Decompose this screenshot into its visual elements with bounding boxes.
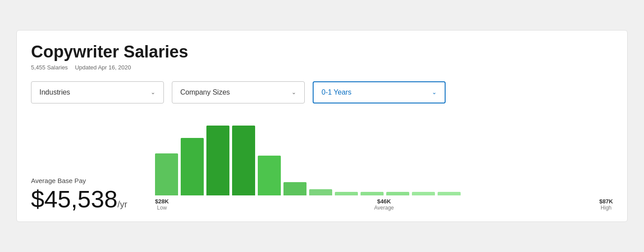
years-experience-filter[interactable]: 0-1 Years ⌄ <box>313 81 446 103</box>
years-experience-label: 0-1 Years <box>322 88 352 96</box>
salary-value: $45,538 <box>31 186 117 212</box>
bar-rect-11 <box>438 192 461 195</box>
bar-rect-8 <box>361 192 384 195</box>
chart-labels: $28K Low $46K Average $87K High <box>155 198 613 211</box>
bar-rect-1 <box>181 138 204 195</box>
salary-info: Average Base Pay $45,538/yr <box>31 177 137 211</box>
bar-1 <box>181 138 204 195</box>
industries-chevron-icon: ⌄ <box>151 89 155 95</box>
years-experience-chevron-icon: ⌄ <box>432 89 437 95</box>
bars-container <box>155 116 613 195</box>
bar-2 <box>206 126 229 195</box>
salary-chart: $28K Low $46K Average $87K High <box>155 116 613 211</box>
industries-filter[interactable]: Industries ⌄ <box>31 81 164 103</box>
bar-rect-0 <box>155 153 178 195</box>
chart-label-high: $87K High <box>599 198 613 211</box>
bar-rect-10 <box>412 192 435 195</box>
salaries-count: 5,455 Salaries <box>31 64 68 71</box>
bar-11 <box>438 192 461 195</box>
bar-rect-2 <box>206 126 229 195</box>
company-sizes-label: Company Sizes <box>180 88 230 96</box>
low-desc: Low <box>155 205 169 211</box>
main-content: Average Base Pay $45,538/yr $28K Low $46… <box>31 116 613 211</box>
chart-label-average: $46K Average <box>374 198 394 211</box>
bar-8 <box>361 192 384 195</box>
bar-0 <box>155 153 178 195</box>
bar-9 <box>386 192 409 195</box>
bar-6 <box>309 189 332 195</box>
average-value: $46K <box>374 198 394 205</box>
bar-10 <box>412 192 435 195</box>
bar-4 <box>258 156 281 195</box>
company-sizes-filter[interactable]: Company Sizes ⌄ <box>172 81 305 103</box>
bar-rect-6 <box>309 189 332 195</box>
salary-amount: $45,538/yr <box>31 187 137 211</box>
industries-label: Industries <box>39 88 70 96</box>
filter-row: Industries ⌄ Company Sizes ⌄ 0-1 Years ⌄ <box>31 81 613 103</box>
salary-unit: /yr <box>117 199 127 209</box>
salary-card: Copywriter Salaries 5,455 Salaries Updat… <box>16 30 628 222</box>
high-value: $87K <box>599 198 613 205</box>
company-sizes-chevron-icon: ⌄ <box>291 89 296 95</box>
avg-base-pay-label: Average Base Pay <box>31 177 137 184</box>
bar-rect-9 <box>386 192 409 195</box>
high-desc: High <box>599 205 613 211</box>
page-title: Copywriter Salaries <box>31 43 613 61</box>
subtitle-row: 5,455 Salaries Updated Apr 16, 2020 <box>31 64 613 71</box>
chart-label-low: $28K Low <box>155 198 169 211</box>
bar-rect-5 <box>283 182 306 195</box>
bar-rect-3 <box>232 126 255 195</box>
bar-7 <box>335 192 358 195</box>
updated-date: Updated Apr 16, 2020 <box>75 64 131 71</box>
bar-rect-7 <box>335 192 358 195</box>
bar-3 <box>232 126 255 195</box>
bar-5 <box>283 182 306 195</box>
bar-rect-4 <box>258 156 281 195</box>
average-desc: Average <box>374 205 394 211</box>
low-value: $28K <box>155 198 169 205</box>
